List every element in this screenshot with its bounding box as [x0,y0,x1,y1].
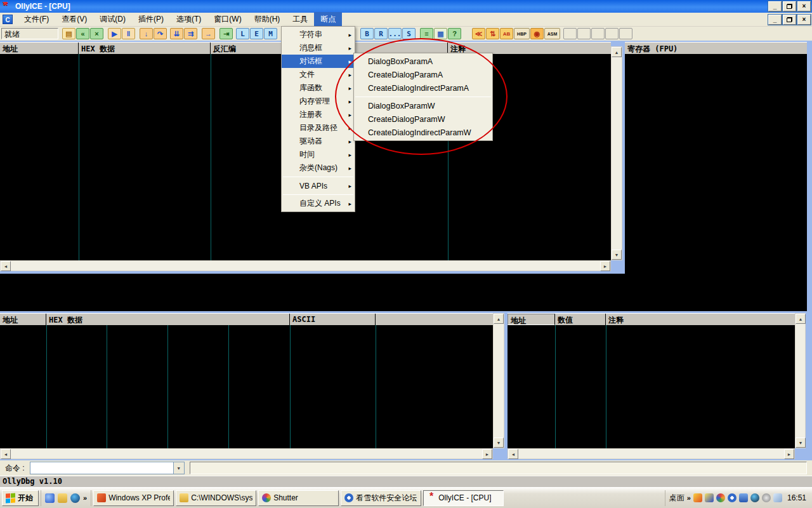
scroll-down-icon[interactable]: ▼ [494,438,504,448]
stack-col-value[interactable]: 数值 [555,314,606,325]
start-button[interactable]: 开始 [2,490,39,506]
animate-over-button[interactable]: ⇉ [184,28,197,39]
tray-icon-1[interactable] [693,493,702,502]
disasm-col-hexdata[interactable]: HEX 数据 [79,43,211,54]
dump-col-ascii[interactable]: ASCII [290,314,376,325]
quicklaunch-browser-icon[interactable] [45,493,55,503]
desktop-toolbar-label[interactable]: 桌面 [669,493,684,504]
menu-item-paths[interactable]: 目录及路径▸ [282,121,355,135]
close-program-button[interactable]: × [90,28,103,39]
asm-button[interactable]: ASM [544,28,560,39]
submenu-item-createdialogindirectparamw[interactable]: CreateDialogIndirectParamW [354,126,492,139]
stack-pane[interactable] [508,325,795,448]
taskbar-task-shutter[interactable]: Shutter [258,490,339,506]
menu-item-vb-apis[interactable]: VB APIs▸ [282,179,355,192]
menu-help[interactable]: 帮助(H) [248,12,287,27]
submenu-item-createdialogindirectparama[interactable]: CreateDialogIndirectParamA [354,81,492,95]
log-window-button[interactable]: L [236,28,249,39]
disasm-col-address[interactable]: 地址 [0,43,79,54]
menu-item-file[interactable]: 文件▸ [282,68,355,81]
submenu-item-createdialogparama[interactable]: CreateDialogParamA [354,68,492,81]
registers-pane[interactable] [625,54,807,311]
restore-button[interactable] [783,1,796,11]
executables-window-button[interactable]: E [250,28,263,39]
dump-col-empty[interactable] [376,314,493,325]
menu-item-library[interactable]: 库函数▸ [282,81,355,95]
trace-window-button[interactable]: ... [388,28,402,39]
menu-plugins[interactable]: 插件(P) [132,12,170,27]
tray-icon-3[interactable] [716,493,725,502]
scroll-left-icon[interactable]: ◄ [1,261,11,271]
stack-col-comment[interactable]: 注释 [606,314,795,325]
run-to-cursor-button[interactable]: → [202,28,215,39]
breakpoint-list-button[interactable]: ≡ [420,28,433,39]
scroll-down-icon[interactable]: ▼ [796,438,806,448]
toolbar-empty-button[interactable] [605,28,619,39]
dump-pane[interactable] [0,325,493,448]
info-pane[interactable] [0,274,625,311]
submenu-item-dialogboxparamw[interactable]: DialogBoxParamW [354,99,492,112]
taskbar-task-windows-xp[interactable]: Windows XP Profes... [93,490,174,506]
menu-options[interactable]: 选项(T) [170,12,207,27]
quicklaunch-folder-icon[interactable] [58,493,67,503]
source-window-button[interactable]: S [402,28,416,39]
animate-into-button[interactable]: ⇊ [170,28,183,39]
scroll-left-icon[interactable]: ◄ [1,449,11,459]
menu-item-time[interactable]: 时间▸ [282,148,355,161]
dump-col-hexdata[interactable]: HEX 数据 [46,314,290,325]
scroll-up-icon[interactable]: ▲ [796,314,806,324]
menu-tools[interactable]: 工具 [286,12,314,27]
tray-icon-4[interactable] [728,493,737,502]
quicklaunch-messenger-icon[interactable] [70,493,80,503]
scroll-down-icon[interactable]: ▼ [612,250,622,260]
scroll-up-icon[interactable]: ▲ [494,314,504,324]
menu-item-strings[interactable]: 字符串▸ [282,28,355,41]
combo-dropdown-button[interactable]: ▼ [173,462,184,474]
open-file-button[interactable]: ▤ [62,28,75,39]
scroll-right-icon[interactable]: ► [784,449,794,459]
toolbar-empty-button[interactable] [577,28,591,39]
restart-button[interactable]: « [76,28,89,39]
menu-item-messagebox[interactable]: 消息框▸ [282,41,355,55]
mdi-minimize-button[interactable]: _ [768,15,782,25]
close-button[interactable]: × [797,1,811,11]
menu-file[interactable]: 文件(F) [18,12,55,27]
disasm-hscrollbar[interactable]: ◄ ► [0,260,611,271]
breakpoints-window-button[interactable]: B [360,28,374,39]
memory-window-button[interactable]: M [264,28,277,39]
menu-breakpoints[interactable]: 断点 [314,12,342,27]
toolbar-empty-button[interactable] [563,28,577,39]
submenu-item-createdialogparamw[interactable]: CreateDialogParamW [354,112,492,126]
hardware-breakpoint-button[interactable]: HBP [514,28,530,39]
menu-item-drives[interactable]: 驱动器▸ [282,135,355,148]
references-window-button[interactable]: R [374,28,388,39]
chevron-right-icon[interactable]: » [687,494,691,502]
command-input[interactable] [30,462,173,474]
dump-vscrollbar[interactable]: ▲ ▼ [493,313,504,448]
scroll-right-icon[interactable]: ► [600,261,610,271]
menu-debug[interactable]: 调试(D) [93,12,132,27]
run-button[interactable]: ▶ [108,28,121,39]
execute-till-return-button[interactable]: ⇥ [219,28,233,39]
menu-item-nags[interactable]: 杂类(Nags)▸ [282,161,355,175]
mdi-close-button[interactable]: × [797,15,811,25]
menu-window[interactable]: 窗口(W) [207,12,247,27]
tray-icon-2[interactable] [705,493,714,502]
help-button[interactable]: ? [448,28,461,39]
scroll-left-icon[interactable]: ◄ [508,449,518,459]
dump-col-address[interactable]: 地址 [0,314,46,325]
toolbar-empty-button[interactable] [591,28,605,39]
mdi-restore-button[interactable] [783,15,796,25]
plugin-arrows-button[interactable]: ≪ [472,28,485,39]
minimize-button[interactable]: _ [768,1,782,11]
dump-hscrollbar[interactable]: ◄ ► [0,448,493,459]
submenu-item-dialogboxparama[interactable]: DialogBoxParamA [354,55,492,68]
scroll-right-icon[interactable]: ► [482,449,492,459]
disasm-vscrollbar[interactable]: ▲ ▼ [611,46,622,260]
menu-item-registry[interactable]: 注册表▸ [282,108,355,121]
step-over-button[interactable]: ↷ [154,28,167,39]
stack-hscrollbar[interactable]: ◄ ► [508,448,795,459]
taskbar-task-kanxue[interactable]: 看雪软件安全论坛 - ... [341,490,421,506]
stack-col-address[interactable]: 地址 [508,314,555,325]
menu-item-custom-apis[interactable]: 自定义 APIs▸ [282,197,355,210]
